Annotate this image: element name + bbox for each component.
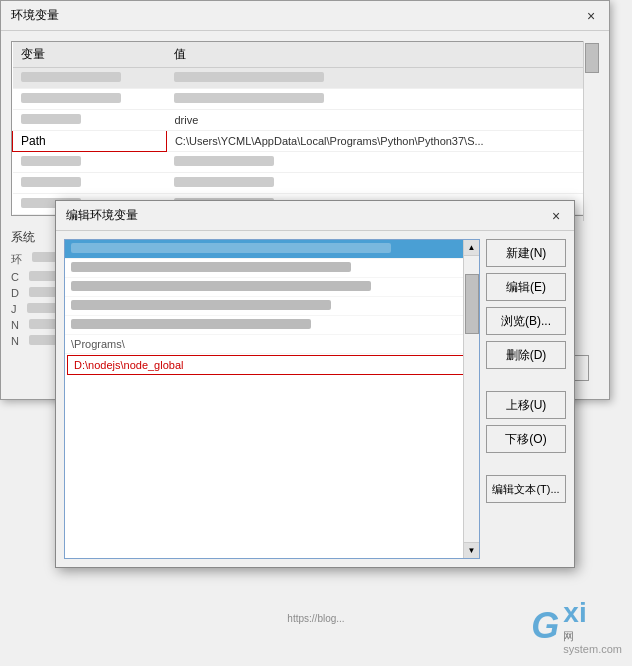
inner-dialog-title: 编辑环境变量 xyxy=(66,207,138,224)
path-label: Path xyxy=(21,134,46,148)
table-row[interactable] xyxy=(13,173,599,194)
blurred-var xyxy=(21,156,81,166)
blurred-var xyxy=(21,114,81,124)
env-table: 变量 值 xyxy=(12,42,598,215)
table-row[interactable] xyxy=(13,68,599,89)
inner-close-button[interactable]: × xyxy=(548,208,564,224)
outer-dialog-title: 环境变量 xyxy=(11,7,59,24)
scrollbar-down-arrow[interactable]: ▼ xyxy=(464,542,479,558)
watermark: G xi 网 system.com xyxy=(531,596,622,656)
path-row[interactable]: Path C:\Users\YCML\AppData\Local\Program… xyxy=(13,131,599,152)
table-row[interactable] xyxy=(13,152,599,173)
browse-button[interactable]: 浏览(B)... xyxy=(486,307,566,335)
outer-close-button[interactable]: × xyxy=(583,8,599,24)
new-button[interactable]: 新建(N) xyxy=(486,239,566,267)
watermark-site: system.com xyxy=(563,643,622,656)
scrollbar-thumb xyxy=(585,43,599,73)
path-list: \Programs\ D:\nodejs\node_global xyxy=(65,240,479,375)
inner-dialog-body: \Programs\ D:\nodejs\node_global ▲ ▼ 新建(… xyxy=(56,231,574,567)
scrollbar-up-arrow[interactable]: ▲ xyxy=(464,240,479,256)
blurred-val xyxy=(174,93,324,103)
sys-var-n1: N xyxy=(11,319,19,331)
blurred-var xyxy=(21,93,121,103)
delete-button[interactable]: 删除(D) xyxy=(486,341,566,369)
sys-var-j: J xyxy=(11,303,17,315)
path-list-item[interactable] xyxy=(65,259,479,278)
watermark-g: G xyxy=(531,605,559,647)
path-list-item[interactable] xyxy=(65,297,479,316)
url-text: https://blog... xyxy=(287,613,344,624)
path-list-scrollbar[interactable]: ▲ ▼ xyxy=(463,240,479,558)
env-table-wrapper: 变量 值 xyxy=(11,41,599,221)
system-label: 系统 xyxy=(11,230,35,244)
watermark-xi: xi xyxy=(563,596,622,630)
sys-var-label: 环 xyxy=(11,252,22,267)
blurred-var xyxy=(21,72,121,82)
outer-scrollbar[interactable] xyxy=(583,41,599,221)
table-row[interactable]: drive xyxy=(13,110,599,131)
env-table-container: 变量 值 xyxy=(11,41,599,216)
outer-titlebar: 环境变量 × xyxy=(1,1,609,31)
path-list-item[interactable] xyxy=(65,240,479,259)
watermark-text: xi 网 system.com xyxy=(563,596,622,656)
table-row[interactable] xyxy=(13,89,599,110)
col-value: 值 xyxy=(166,42,598,68)
move-up-button[interactable]: 上移(U) xyxy=(486,391,566,419)
blurred-var xyxy=(21,177,81,187)
edit-button[interactable]: 编辑(E) xyxy=(486,273,566,301)
drive-value: drive xyxy=(174,114,198,126)
btn-panel: 新建(N) 编辑(E) 浏览(B)... 删除(D) 上移(U) 下移(O) 编… xyxy=(486,239,566,559)
path-value: C:\Users\YCML\AppData\Local\Programs\Pyt… xyxy=(175,135,484,147)
edit-text-button[interactable]: 编辑文本(T)... xyxy=(486,475,566,503)
col-variable: 变量 xyxy=(13,42,167,68)
path-list-item-nodejs[interactable]: D:\nodejs\node_global xyxy=(67,355,477,375)
path-list-item[interactable] xyxy=(65,316,479,335)
sys-var-n2: N xyxy=(11,335,19,347)
inner-titlebar: 编辑环境变量 × xyxy=(56,201,574,231)
path-list-container: \Programs\ D:\nodejs\node_global ▲ ▼ xyxy=(64,239,480,559)
scrollbar-thumb xyxy=(465,274,479,334)
watermark-net: 网 xyxy=(563,630,622,643)
sys-var-c: C xyxy=(11,271,19,283)
path-list-item-programs[interactable]: \Programs\ xyxy=(65,335,479,354)
blurred-val xyxy=(174,72,324,82)
blurred-val xyxy=(174,156,274,166)
path-list-item[interactable] xyxy=(65,278,479,297)
sys-var-d: D xyxy=(11,287,19,299)
move-down-button[interactable]: 下移(O) xyxy=(486,425,566,453)
inner-env-dialog: 编辑环境变量 × \Progr xyxy=(55,200,575,568)
blurred-val xyxy=(174,177,274,187)
